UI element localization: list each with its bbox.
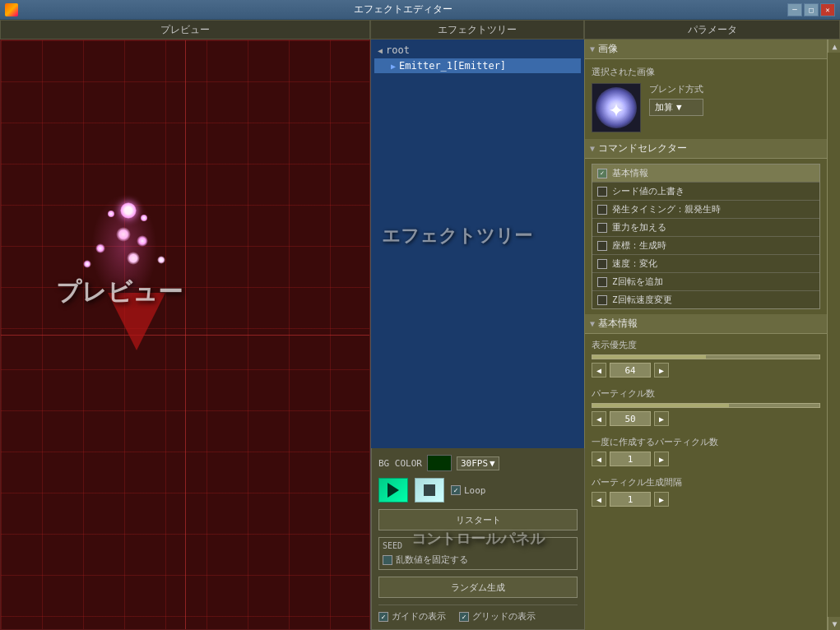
tree-root-item[interactable]: ◀ root	[374, 43, 581, 58]
cmd-item[interactable]: 基本情報	[592, 164, 819, 183]
scroll-down-arrow[interactable]: ▼	[828, 617, 840, 630]
cmd-item-checkbox[interactable]	[597, 187, 607, 197]
seed-checkbox[interactable]	[383, 555, 392, 565]
stop-button[interactable]	[415, 478, 444, 503]
cmd-item-checkbox[interactable]	[597, 169, 607, 178]
cmd-item-label: 速度：変化	[612, 257, 657, 270]
control-panel: BG COLOR 30FPS ▼	[371, 448, 585, 630]
tree-panel-header: エフェクトツリー	[370, 20, 584, 39]
blend-arrow: ▼	[676, 102, 682, 113]
guide-checkbox[interactable]	[378, 612, 388, 622]
bg-color-swatch[interactable]	[427, 455, 452, 471]
blend-label: ブレンド方式	[649, 83, 703, 95]
cmd-item-checkbox[interactable]	[597, 241, 607, 251]
fps-value: 30FPS	[461, 458, 488, 469]
tree-emitter-item[interactable]: ▶ Emitter_1[Emitter]	[374, 58, 581, 73]
loop-checkbox[interactable]	[451, 485, 461, 495]
guide-check[interactable]: ガイドの表示	[378, 610, 446, 623]
cmd-item[interactable]: 重力を加える	[592, 219, 819, 237]
main-layout: プレビュー エフェクトツリー パラメータ	[0, 20, 840, 630]
cmd-item[interactable]: Z回転速度変更	[592, 291, 819, 308]
maximize-button[interactable]: □	[804, 3, 819, 16]
cmd-item-label: Z回転を追加	[612, 276, 663, 288]
guide-label: ガイドの表示	[392, 610, 446, 623]
seed-title: SEED	[383, 541, 573, 550]
image-section-arrow: ▼	[590, 44, 595, 53]
cmd-item[interactable]: 発生タイミング：親発生時	[592, 201, 819, 219]
particle-count-fill	[592, 404, 729, 407]
cmd-item-checkbox[interactable]	[597, 259, 607, 269]
minimize-button[interactable]: ─	[787, 3, 802, 16]
interval-param: パーティクル生成間隔 ◀ 1 ▶	[592, 476, 820, 507]
cmd-section-header[interactable]: ▼ コマンドセレクター	[585, 139, 827, 159]
basic-section-content: 表示優先度 ◀ 64 ▶	[585, 334, 827, 521]
guide-row: ガイドの表示 グリッドの表示	[378, 610, 578, 623]
cmd-item-label: 基本情報	[612, 167, 648, 179]
loop-label: Loop	[464, 485, 486, 496]
cmd-item-checkbox[interactable]	[597, 277, 607, 287]
priority-bar-fill	[592, 355, 706, 359]
params-scrollbar: ▲ ▼	[827, 39, 840, 630]
random-button[interactable]: ランダム生成	[378, 577, 578, 598]
particle-increment[interactable]: ▶	[654, 411, 669, 426]
app-icon	[5, 3, 18, 16]
interval-increment[interactable]: ▶	[654, 492, 669, 507]
particle-count-label: パーティクル数	[592, 387, 820, 400]
priority-increment[interactable]: ▶	[654, 363, 669, 378]
fps-selector[interactable]: 30FPS ▼	[457, 456, 499, 470]
grid-check[interactable]: グリッドの表示	[459, 610, 536, 623]
particle-effect	[112, 276, 169, 334]
interval-decrement[interactable]: ◀	[592, 492, 606, 507]
image-thumbnail[interactable]	[592, 83, 641, 132]
cmd-item-checkbox[interactable]	[597, 295, 607, 305]
play-button[interactable]	[378, 478, 408, 503]
tree-collapse-arrow: ◀	[378, 46, 383, 55]
close-button[interactable]: ✕	[820, 3, 835, 16]
once-increment[interactable]: ▶	[654, 452, 669, 466]
triangle-shape	[108, 293, 165, 350]
panel-headers: プレビュー エフェクトツリー パラメータ	[0, 20, 840, 39]
cmd-item[interactable]: シード値の上書き	[592, 183, 819, 201]
blend-select[interactable]: 加算 ▼	[649, 99, 703, 116]
grid-checkbox[interactable]	[459, 612, 469, 622]
content-row: プレビュー ◀ root ▶ Emitter_1[Emitter]	[0, 39, 840, 630]
image-row: ブレンド方式 加算 ▼	[592, 83, 820, 132]
cmd-item-checkbox[interactable]	[597, 205, 607, 215]
preview-panel: プレビュー	[0, 39, 370, 630]
tree-overlay-label: エフェクトツリー	[382, 224, 532, 248]
basic-section-header[interactable]: ▼ 基本情報	[585, 314, 827, 334]
once-decrement[interactable]: ◀	[592, 452, 606, 466]
tree-emitter-arrow: ▶	[391, 62, 396, 71]
particle-decrement[interactable]: ◀	[592, 411, 606, 426]
crosshair-vertical	[185, 40, 186, 629]
priority-decrement[interactable]: ◀	[592, 363, 606, 378]
scroll-up-arrow[interactable]: ▲	[828, 39, 840, 53]
seed-check-row: 乱数値を固定する	[383, 554, 573, 566]
once-count-param: 一度に作成するパーティクル数 ◀ 1 ▶	[592, 436, 820, 466]
cmd-item-label: Z回転速度変更	[612, 294, 672, 306]
window-controls: ─ □ ✕	[787, 3, 835, 16]
cmd-section-arrow: ▼	[590, 144, 595, 153]
cmd-item[interactable]: Z回転を追加	[592, 273, 819, 291]
cmd-item-label: 発生タイミング：親発生時	[612, 203, 721, 215]
interval-value: 1	[610, 492, 651, 507]
particle-count-bar-bg	[592, 403, 820, 408]
titlebar: エフェクトエディター ─ □ ✕	[0, 0, 840, 20]
right-side: ◀ root ▶ Emitter_1[Emitter] エフェクトツリー	[370, 39, 840, 630]
cmd-item-checkbox[interactable]	[597, 223, 607, 233]
cmd-item[interactable]: 速度：変化	[592, 255, 819, 273]
sparkle	[83, 260, 91, 268]
cmd-item[interactable]: 座標：生成時	[592, 237, 819, 255]
sparkle	[157, 256, 165, 264]
tree-emitter-label: Emitter_1[Emitter]	[399, 60, 506, 72]
params-scroll[interactable]: ▼ 画像 選択された画像	[585, 39, 827, 630]
bg-color-row: BG COLOR 30FPS ▼	[378, 455, 578, 471]
divider	[378, 605, 578, 605]
basic-section-label: 基本情報	[598, 317, 638, 331]
priority-value: 64	[610, 363, 651, 378]
image-section-header[interactable]: ▼ 画像	[585, 39, 827, 59]
cmd-item-label: シード値の上書き	[612, 185, 685, 197]
restart-button[interactable]: リスタート	[378, 509, 578, 530]
params-with-scroll: ▼ 画像 選択された画像	[585, 39, 840, 630]
loop-check[interactable]: Loop	[451, 485, 486, 496]
